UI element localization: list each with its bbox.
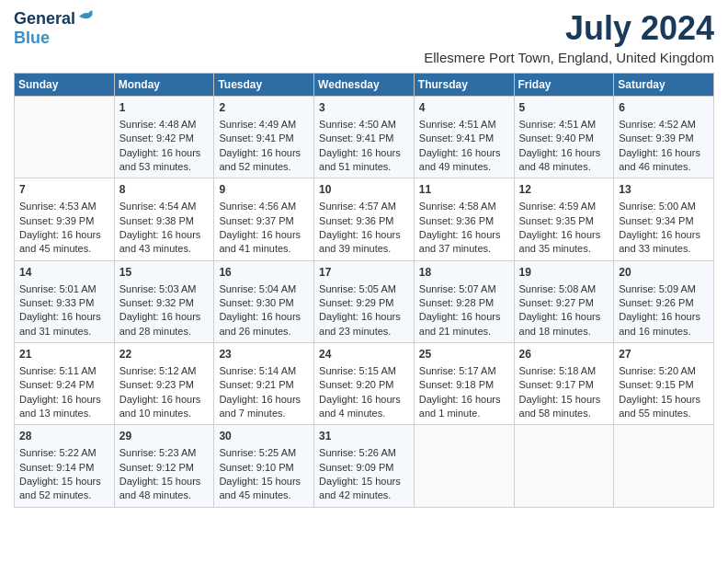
cell-info-line: Sunset: 9:17 PM <box>519 378 609 392</box>
day-number: 3 <box>319 100 409 116</box>
cell-info-line: Sunset: 9:34 PM <box>619 214 709 228</box>
cell-info-line: Daylight: 15 hours <box>119 475 210 488</box>
cell-info-line: Sunset: 9:09 PM <box>319 461 409 475</box>
cell-info-line: Sunrise: 4:56 AM <box>219 200 309 213</box>
cell-info-line: and 7 minutes. <box>219 407 309 420</box>
calendar-week-row: 7Sunrise: 4:53 AMSunset: 9:39 PMDaylight… <box>15 178 714 260</box>
cell-info-line: Sunrise: 5:14 AM <box>219 364 309 378</box>
cell-info-line: Sunset: 9:10 PM <box>219 461 309 475</box>
calendar-cell: 23Sunrise: 5:14 AMSunset: 9:21 PMDayligh… <box>214 343 314 425</box>
cell-info-line: Daylight: 16 hours <box>319 146 409 160</box>
cell-info-line: Sunrise: 4:58 AM <box>419 200 509 213</box>
cell-info-line: Daylight: 15 hours <box>19 475 109 488</box>
day-number: 13 <box>619 182 709 198</box>
logo-blue: Blue <box>14 29 50 48</box>
cell-info-line: and 55 minutes. <box>619 407 709 420</box>
cell-info-line: and 31 minutes. <box>19 325 109 339</box>
calendar-cell: 19Sunrise: 5:08 AMSunset: 9:27 PMDayligh… <box>514 260 614 342</box>
cell-info-line: Sunset: 9:24 PM <box>19 378 109 392</box>
day-number: 9 <box>219 182 309 198</box>
calendar-cell: 8Sunrise: 4:54 AMSunset: 9:38 PMDaylight… <box>114 178 214 260</box>
cell-info-line: Sunrise: 4:52 AM <box>619 118 709 132</box>
cell-info-line: and 10 minutes. <box>119 407 210 420</box>
cell-info-line: and 28 minutes. <box>119 325 210 339</box>
cell-info-line: Sunset: 9:18 PM <box>419 378 509 392</box>
calendar-cell <box>614 425 714 507</box>
day-number: 22 <box>119 347 210 362</box>
calendar-week-row: 21Sunrise: 5:11 AMSunset: 9:24 PMDayligh… <box>15 343 714 425</box>
cell-info-line: Daylight: 16 hours <box>419 146 509 160</box>
cell-info-line: and 13 minutes. <box>19 407 109 420</box>
calendar-cell: 28Sunrise: 5:22 AMSunset: 9:14 PMDayligh… <box>15 425 115 507</box>
calendar-table: SundayMondayTuesdayWednesdayThursdayFrid… <box>14 73 714 508</box>
calendar-cell: 4Sunrise: 4:51 AMSunset: 9:41 PMDaylight… <box>414 97 514 178</box>
cell-info-line: and 43 minutes. <box>119 242 210 256</box>
col-header-sunday: Sunday <box>15 74 115 97</box>
day-number: 29 <box>119 429 210 444</box>
cell-info-line: Sunset: 9:28 PM <box>419 296 509 310</box>
col-header-thursday: Thursday <box>414 74 514 97</box>
cell-info-line: and 48 minutes. <box>119 488 210 502</box>
calendar-cell: 17Sunrise: 5:05 AMSunset: 9:29 PMDayligh… <box>314 260 415 342</box>
calendar-cell: 13Sunrise: 5:00 AMSunset: 9:34 PMDayligh… <box>614 178 714 260</box>
cell-info-line: Sunrise: 4:54 AM <box>119 200 210 213</box>
calendar-header-row: SundayMondayTuesdayWednesdayThursdayFrid… <box>15 74 714 97</box>
calendar-cell: 31Sunrise: 5:26 AMSunset: 9:09 PMDayligh… <box>314 425 415 507</box>
day-number: 28 <box>19 429 109 444</box>
calendar-cell: 5Sunrise: 4:51 AMSunset: 9:40 PMDaylight… <box>514 97 614 178</box>
cell-info-line: Sunset: 9:42 PM <box>119 132 210 145</box>
cell-info-line: Sunset: 9:23 PM <box>119 378 210 392</box>
cell-info-line: Daylight: 16 hours <box>19 310 109 324</box>
calendar-cell: 24Sunrise: 5:15 AMSunset: 9:20 PMDayligh… <box>314 343 415 425</box>
cell-info-line: Sunset: 9:41 PM <box>319 132 409 145</box>
calendar-cell: 14Sunrise: 5:01 AMSunset: 9:33 PMDayligh… <box>15 260 115 342</box>
cell-info-line: Daylight: 16 hours <box>119 146 210 160</box>
day-number: 26 <box>519 347 609 362</box>
cell-info-line: and 53 minutes. <box>119 160 210 174</box>
calendar-cell: 25Sunrise: 5:17 AMSunset: 9:18 PMDayligh… <box>414 343 514 425</box>
cell-info-line: Daylight: 16 hours <box>119 393 210 407</box>
cell-info-line: Daylight: 16 hours <box>19 393 109 407</box>
cell-info-line: Sunset: 9:30 PM <box>219 296 309 310</box>
cell-info-line: Daylight: 16 hours <box>419 310 509 324</box>
calendar-cell: 7Sunrise: 4:53 AMSunset: 9:39 PMDaylight… <box>15 178 115 260</box>
cell-info-line: and 26 minutes. <box>219 325 309 339</box>
cell-info-line: Sunrise: 4:51 AM <box>519 118 609 132</box>
day-number: 7 <box>19 182 109 198</box>
calendar-cell: 15Sunrise: 5:03 AMSunset: 9:32 PMDayligh… <box>114 260 214 342</box>
calendar-cell: 11Sunrise: 4:58 AMSunset: 9:36 PMDayligh… <box>414 178 514 260</box>
cell-info-line: Sunrise: 5:17 AM <box>419 364 509 378</box>
day-number: 23 <box>219 347 309 362</box>
day-number: 12 <box>519 182 609 198</box>
day-number: 18 <box>419 265 509 281</box>
col-header-saturday: Saturday <box>614 74 714 97</box>
calendar-cell: 30Sunrise: 5:25 AMSunset: 9:10 PMDayligh… <box>214 425 314 507</box>
day-number: 24 <box>319 347 409 362</box>
day-number: 8 <box>119 182 210 198</box>
cell-info-line: Sunset: 9:33 PM <box>19 296 109 310</box>
cell-info-line: Sunset: 9:38 PM <box>119 214 210 228</box>
cell-info-line: and 58 minutes. <box>519 407 609 420</box>
day-number: 2 <box>219 100 309 116</box>
calendar-cell: 9Sunrise: 4:56 AMSunset: 9:37 PMDaylight… <box>214 178 314 260</box>
cell-info-line: and 51 minutes. <box>319 160 409 174</box>
calendar-cell: 27Sunrise: 5:20 AMSunset: 9:15 PMDayligh… <box>614 343 714 425</box>
cell-info-line: and 39 minutes. <box>319 242 409 256</box>
cell-info-line: Daylight: 16 hours <box>219 228 309 242</box>
cell-info-line: Sunset: 9:21 PM <box>219 378 309 392</box>
calendar-cell: 6Sunrise: 4:52 AMSunset: 9:39 PMDaylight… <box>614 97 714 178</box>
cell-info-line: Sunrise: 5:05 AM <box>319 282 409 296</box>
cell-info-line: Sunrise: 4:49 AM <box>219 118 309 132</box>
cell-info-line: Daylight: 16 hours <box>619 146 709 160</box>
cell-info-line: Daylight: 16 hours <box>319 393 409 407</box>
cell-info-line: and 18 minutes. <box>519 325 609 339</box>
cell-info-line: Sunset: 9:37 PM <box>219 214 309 228</box>
day-number: 6 <box>619 100 709 116</box>
day-number: 11 <box>419 182 509 198</box>
cell-info-line: and 33 minutes. <box>619 242 709 256</box>
cell-info-line: Sunrise: 5:23 AM <box>119 446 210 460</box>
cell-info-line: Daylight: 16 hours <box>519 146 609 160</box>
col-header-friday: Friday <box>514 74 614 97</box>
cell-info-line: Daylight: 16 hours <box>19 228 109 242</box>
cell-info-line: Sunset: 9:41 PM <box>419 132 509 145</box>
